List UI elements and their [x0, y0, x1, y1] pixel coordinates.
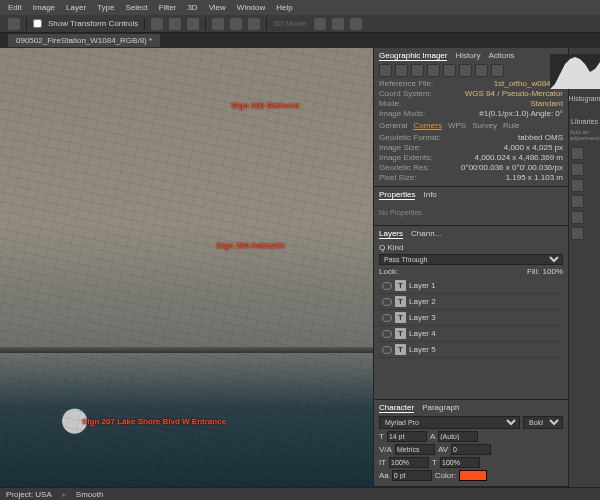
3d-icon[interactable] [350, 18, 362, 30]
visibility-icon[interactable] [382, 314, 392, 322]
move-tool-icon[interactable] [8, 18, 20, 30]
layer-row[interactable]: TLayer 4 [379, 326, 563, 342]
visibility-icon[interactable] [382, 346, 392, 354]
adjustment-icon[interactable] [571, 227, 584, 240]
color-swatch[interactable] [459, 470, 487, 481]
leading-icon: A [430, 432, 435, 441]
tab-geographic-imager[interactable]: Geographic Imager [379, 51, 447, 61]
geo-tool-icon[interactable] [475, 64, 488, 77]
menu-edit[interactable]: Edit [8, 3, 22, 12]
geo-tool-icon[interactable] [379, 64, 392, 77]
blend-mode-select[interactable]: Pass Through [379, 254, 563, 265]
kind-label: Q Kind [379, 243, 403, 252]
menu-image[interactable]: Image [33, 3, 55, 12]
tab-general[interactable]: General [379, 121, 407, 130]
status-extra: Smooth [76, 490, 104, 499]
adjustment-icon[interactable] [571, 179, 584, 192]
geo-tool-icon[interactable] [459, 64, 472, 77]
no-properties-text: No Properties [379, 203, 563, 222]
geo-tool-icon[interactable] [395, 64, 408, 77]
document-tabs[interactable]: 090502_FireStation_W1084_RGB/8) * [0, 33, 600, 48]
tab-wps[interactable]: WPS [448, 121, 466, 130]
leading-input[interactable] [438, 431, 478, 442]
tab-corners[interactable]: Corners [413, 121, 441, 130]
align-icon[interactable] [212, 18, 224, 30]
layer-row[interactable]: TLayer 2 [379, 294, 563, 310]
layer-row[interactable]: TLayer 5 [379, 342, 563, 358]
adjustment-icon[interactable] [571, 147, 584, 160]
menu-help[interactable]: Help [276, 3, 292, 12]
tab-character[interactable]: Character [379, 403, 414, 413]
tab-rule[interactable]: Rule [503, 121, 519, 130]
tab-survey[interactable]: Survey [472, 121, 497, 130]
menu-filter[interactable]: Filter [159, 3, 177, 12]
map-annotation[interactable]: Sign 200 Bathurst [231, 101, 299, 110]
tab-properties[interactable]: Properties [379, 190, 415, 200]
vscale-input[interactable] [389, 457, 429, 468]
hscale-input[interactable] [440, 457, 480, 468]
visibility-icon[interactable] [382, 282, 392, 290]
font-style-select[interactable]: Bold [523, 416, 563, 429]
layer-row[interactable]: TLayer 1 [379, 278, 563, 294]
libraries-tab[interactable]: Libraries [571, 118, 598, 125]
align-icon[interactable] [169, 18, 181, 30]
align-icon[interactable] [187, 18, 199, 30]
histogram-tab[interactable]: Histogram [569, 95, 600, 102]
geo-tool-icon[interactable] [491, 64, 504, 77]
layer-row[interactable]: TLayer 3 [379, 310, 563, 326]
geo-tool-icon[interactable] [443, 64, 456, 77]
adjustment-icon[interactable] [571, 195, 584, 208]
align-icon[interactable] [151, 18, 163, 30]
status-bar: Project: USA ▸ Smooth [0, 487, 600, 500]
visibility-icon[interactable] [382, 330, 392, 338]
document-tab[interactable]: 090502_FireStation_W1084_RGB/8) * [8, 34, 160, 47]
align-icon[interactable] [248, 18, 260, 30]
tab-chann-[interactable]: Chann… [411, 229, 443, 239]
transform-checkbox[interactable] [33, 19, 42, 28]
type-layer-icon: T [395, 328, 406, 339]
histogram[interactable] [550, 54, 601, 89]
geo-tool-icon[interactable] [427, 64, 440, 77]
3d-icon[interactable] [332, 18, 344, 30]
size-icon: T [379, 432, 384, 441]
lock-icon[interactable] [401, 267, 410, 276]
tab-paragraph[interactable]: Paragraph [422, 403, 459, 413]
menu-view[interactable]: View [209, 3, 226, 12]
lock-icon[interactable] [413, 267, 422, 276]
menu-3d[interactable]: 3D [187, 3, 197, 12]
type-layer-icon: T [395, 280, 406, 291]
font-family-select[interactable]: Myriad Pro [379, 416, 520, 429]
adjustment-icon[interactable] [571, 211, 584, 224]
3d-icon[interactable] [314, 18, 326, 30]
character-panel: CharacterParagraph Myriad ProBold TA V/A… [374, 400, 568, 487]
vscale-icon: IT [379, 458, 386, 467]
font-size-input[interactable] [387, 431, 427, 442]
menu-select[interactable]: Select [125, 3, 147, 12]
tab-actions[interactable]: Actions [488, 51, 514, 61]
type-layer-icon: T [395, 296, 406, 307]
adjustment-icon[interactable] [571, 163, 584, 176]
geo-tool-icon[interactable] [411, 64, 424, 77]
status-project: Project: USA [6, 490, 52, 499]
map-annotation[interactable]: Sign 207 Lake Shore Blvd W Entrance [82, 417, 226, 426]
map-annotation[interactable]: Sign 260 Adelaide [216, 241, 284, 250]
baseline-input[interactable] [392, 470, 432, 481]
tracking-icon: AV [438, 445, 448, 454]
menu-window[interactable]: Window [237, 3, 265, 12]
tab-history[interactable]: History [455, 51, 480, 61]
visibility-icon[interactable] [382, 298, 392, 306]
menu-type[interactable]: Type [97, 3, 114, 12]
layers-panel: LayersChann… Q Kind Pass Through Lock: F… [374, 226, 568, 400]
tracking-input[interactable] [451, 444, 491, 455]
layer-name: Layer 3 [409, 313, 436, 322]
menubar[interactable]: EditImageLayerTypeSelectFilter3DViewWind… [0, 0, 600, 15]
collapsed-panels[interactable]: Histogram Libraries Add an adjustment [568, 48, 600, 487]
tab-layers[interactable]: Layers [379, 229, 403, 239]
menu-layer[interactable]: Layer [66, 3, 86, 12]
align-icon[interactable] [230, 18, 242, 30]
filter-icon[interactable] [406, 242, 416, 252]
canvas[interactable]: Sign 200 BathurstSign 260 AdelaideSign 2… [0, 48, 373, 487]
tab-info[interactable]: Info [423, 190, 436, 200]
type-layer-icon: T [395, 312, 406, 323]
kerning-input[interactable] [395, 444, 435, 455]
